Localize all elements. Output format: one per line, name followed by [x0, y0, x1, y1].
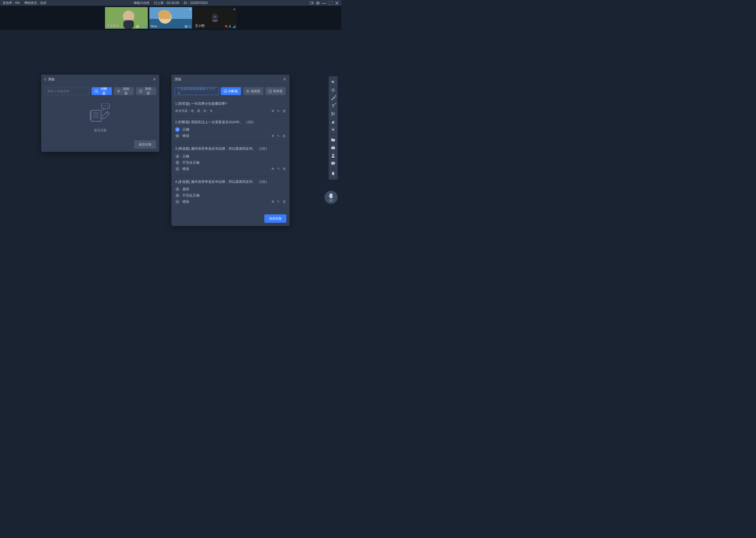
video-tile-camera-off[interactable]: × 王小明	[194, 7, 237, 28]
delete-icon[interactable]: 🗑	[282, 167, 286, 171]
option-text: 是的	[182, 187, 189, 191]
add-judge-button[interactable]: 判断题	[92, 87, 112, 95]
video-tile-teacher[interactable]: 叮当老师	[105, 7, 148, 28]
option-row[interactable]: A 正确	[175, 154, 286, 159]
close-icon[interactable]	[335, 1, 339, 5]
move-icon[interactable]: ✥	[271, 109, 274, 113]
option-row[interactable]: C 错误 ✥ ✎ 🗑	[175, 199, 286, 204]
question-list[interactable]: 1 [简答题] 一年四季分别是哪四季? 参考答案： 春、夏、秋、冬 ✥ ✎ 🗑 …	[171, 98, 290, 211]
video-status-icons	[136, 25, 147, 28]
delete-icon[interactable]: 🗑	[282, 109, 286, 113]
empty-state: 暂无试题	[41, 98, 159, 137]
choice-icon	[246, 89, 249, 93]
quiz-name-input[interactable]: 产品说试卷名称最多十六个字	[174, 87, 219, 95]
panel-title: 测验	[48, 77, 55, 82]
edit-icon[interactable]: ✎	[277, 134, 280, 138]
add-short-button[interactable]: T 简答题	[265, 87, 286, 95]
choice-icon	[117, 89, 120, 93]
delete-icon[interactable]: 🗑	[282, 200, 286, 204]
svg-point-39	[332, 114, 333, 116]
svg-rect-28	[91, 110, 101, 121]
panel-close-icon[interactable]: ✕	[283, 77, 286, 82]
question-title: 4 [多选题] 施华洛世奇是反华品牌，所以梁鼎琪反华。 （2分）	[175, 180, 286, 184]
save-button[interactable]: 保存试卷	[134, 140, 156, 149]
tool-scissors-icon[interactable]	[329, 110, 338, 118]
svg-point-40	[332, 129, 334, 130]
tool-pen-icon[interactable]	[329, 94, 338, 102]
video-status-icons	[185, 25, 191, 28]
option-row[interactable]: A 是的	[175, 187, 286, 191]
settings-icon[interactable]	[316, 1, 320, 5]
option-text: 错误	[182, 134, 189, 138]
svg-point-38	[332, 112, 333, 114]
fullscreen-icon[interactable]	[329, 1, 332, 5]
move-icon[interactable]: ✥	[271, 134, 274, 138]
tool-user-icon[interactable]	[329, 152, 338, 159]
tool-briefcase-icon[interactable]	[329, 144, 338, 152]
video-name: 叮当老师	[106, 24, 119, 28]
edit-icon[interactable]: ✎	[277, 200, 280, 204]
svg-point-2	[317, 2, 318, 3]
empty-text: 暂无试题	[94, 128, 107, 133]
option-letter: C	[175, 167, 180, 171]
add-choice-button[interactable]: 选择题	[114, 87, 134, 95]
svg-point-21	[118, 91, 119, 92]
add-judge-button[interactable]: 判断题	[221, 87, 241, 95]
tool-cursor-star-icon[interactable]	[329, 78, 338, 86]
option-letter: A	[175, 187, 180, 191]
question-item: 1 [简答题] 一年四季分别是哪四季? 参考答案： 春、夏、秋、冬 ✥ ✎ 🗑	[175, 98, 286, 117]
svg-point-42	[332, 154, 334, 156]
elapsed-time: 已上课：02:34:09	[154, 1, 179, 5]
option-text: 错误	[182, 167, 189, 171]
hand-raise-badge[interactable]: 0/2	[324, 191, 338, 204]
tool-folder-icon[interactable]	[329, 136, 338, 144]
add-short-button[interactable]: T 简答题	[136, 87, 156, 95]
option-letter: B	[175, 134, 180, 138]
save-button[interactable]: 保存试卷	[264, 214, 286, 223]
empty-icon	[88, 103, 112, 125]
move-icon[interactable]: ✥	[271, 200, 274, 204]
tool-chat-icon[interactable]	[329, 159, 338, 167]
side-toolbar: T	[329, 76, 338, 180]
option-row[interactable]: B 不完全正确	[175, 160, 286, 165]
tool-bell-icon[interactable]	[329, 170, 338, 178]
svg-line-32	[106, 112, 109, 115]
option-row[interactable]: A 正确	[175, 127, 286, 132]
judge-icon	[95, 89, 98, 93]
svg-rect-14	[189, 25, 190, 27]
question-title: 2 [判断题] 我国宪法上一次更新是在2020年。 （2分）	[175, 120, 286, 125]
tool-brightness-icon[interactable]	[329, 126, 338, 134]
hand-raise-count: 0/2	[329, 199, 333, 202]
svg-point-44	[332, 163, 333, 163]
option-letter: A	[175, 127, 180, 132]
svg-rect-33	[224, 90, 227, 93]
svg-text:T: T	[269, 90, 271, 92]
add-choice-button[interactable]: 选择题	[243, 87, 263, 95]
move-icon[interactable]: ✥	[271, 167, 274, 171]
record-icon	[136, 25, 139, 28]
svg-rect-18	[229, 25, 230, 27]
video-close-icon[interactable]: ×	[189, 8, 191, 11]
quiz-name-input[interactable]	[44, 87, 89, 95]
tool-eraser-icon[interactable]	[329, 118, 338, 126]
panel-close-icon[interactable]: ✕	[153, 77, 156, 82]
option-letter: A	[175, 154, 180, 159]
delete-icon[interactable]: 🗑	[282, 134, 286, 138]
video-tile-student[interactable]: × Nina	[149, 7, 192, 28]
question-item: 4 [多选题] 施华洛世奇是反华品牌，所以梁鼎琪反华。 （2分） A 是的 B …	[175, 176, 286, 209]
option-letter: B	[175, 193, 180, 198]
edit-icon[interactable]: ✎	[277, 109, 280, 113]
svg-point-16	[214, 16, 216, 18]
camera-flip-icon[interactable]	[310, 1, 313, 5]
tool-move-icon[interactable]	[329, 86, 338, 94]
minimize-icon[interactable]: —	[322, 1, 326, 5]
option-row[interactable]: B 错误 ✥ ✎ 🗑	[175, 134, 286, 138]
short-icon: T	[139, 89, 142, 93]
option-row[interactable]: B 不完全正确	[175, 193, 286, 198]
svg-rect-41	[331, 147, 335, 149]
back-icon[interactable]	[44, 78, 46, 81]
tool-text-icon[interactable]: T	[329, 102, 338, 110]
option-row[interactable]: C 错误 ✥ ✎ 🗑	[175, 167, 286, 171]
edit-icon[interactable]: ✎	[277, 167, 280, 171]
video-close-icon[interactable]: ×	[233, 8, 235, 11]
